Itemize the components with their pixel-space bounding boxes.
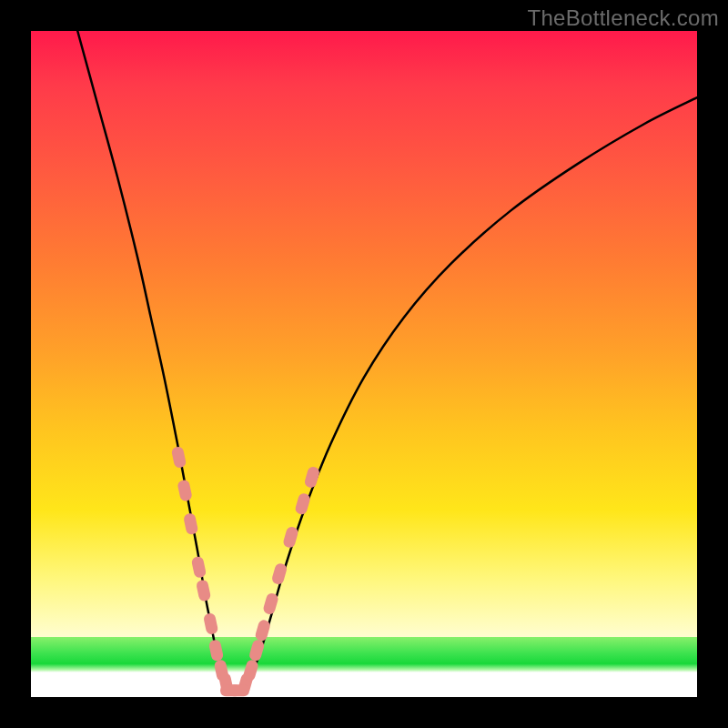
data-bead: [196, 579, 211, 602]
chart-svg: [31, 31, 697, 697]
data-bead: [248, 639, 266, 662]
data-bead: [282, 525, 299, 549]
data-bead: [303, 466, 320, 490]
plot-area: [31, 31, 697, 697]
data-bead: [208, 639, 224, 662]
data-bead: [191, 556, 207, 579]
data-bead: [254, 619, 271, 642]
data-bead: [294, 492, 311, 516]
data-bead: [203, 612, 218, 635]
data-bead: [177, 479, 192, 501]
data-bead: [171, 446, 187, 469]
watermark-text: TheBottleneck.com: [527, 5, 719, 31]
data-bead: [183, 512, 198, 535]
data-bead: [262, 592, 279, 616]
data-bead: [271, 562, 288, 586]
chart-frame: TheBottleneck.com: [0, 0, 728, 728]
data-bead: [228, 684, 249, 696]
bead-group: [171, 446, 321, 696]
data-bead: [242, 659, 259, 682]
right-curve: [244, 97, 697, 690]
